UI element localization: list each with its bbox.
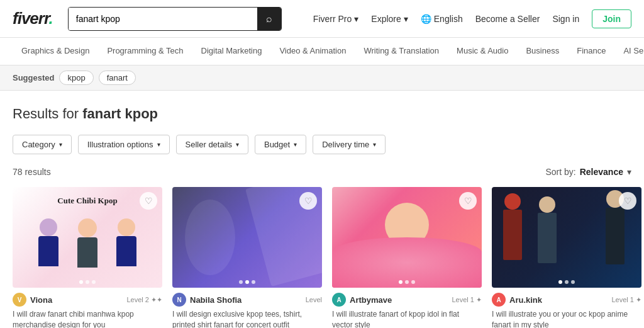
- card-1[interactable]: Cute Chibi Kpop ♡: [13, 187, 162, 328]
- filter-budget[interactable]: Budget ▾: [255, 135, 306, 154]
- heart-button-2[interactable]: ♡: [299, 192, 317, 210]
- chibi-text-1: Cute Chibi Kpop: [57, 196, 117, 206]
- seller-name-4: Aru.kink: [509, 295, 542, 305]
- filters: Category ▾ Illustration options ▾ Seller…: [13, 135, 631, 154]
- card-image-4: ♡: [492, 187, 641, 288]
- card-dots-1: [79, 280, 96, 284]
- sort-by[interactable]: Sort by: Relevance ▾: [545, 167, 631, 177]
- card-4[interactable]: ♡ A Aru.kink Level 1 ✦ I will illustrate…: [492, 187, 641, 328]
- nav-item-writing-translation[interactable]: Writing & Translation: [355, 38, 448, 65]
- card-meta-1: V Viona Level 2 ✦✦ I will draw fanart ch…: [13, 288, 162, 328]
- become-seller-link[interactable]: Become a Seller: [475, 14, 540, 24]
- explore-link[interactable]: Explore ▾: [371, 14, 408, 24]
- seller-name-2: Nabila Shofia: [190, 295, 242, 305]
- nav-item-finance[interactable]: Finance: [568, 38, 614, 65]
- heart-button-1[interactable]: ♡: [140, 192, 157, 210]
- logo[interactable]: fiverr.: [13, 9, 53, 28]
- seller-name-3: Artbymave: [350, 295, 392, 305]
- tag-fanart[interactable]: fanart: [99, 71, 136, 85]
- join-button[interactable]: Join: [592, 9, 631, 28]
- nav-item-business[interactable]: Business: [517, 38, 568, 65]
- filter-delivery-time[interactable]: Delivery time ▾: [313, 135, 386, 154]
- chevron-down-icon-seller: ▾: [236, 141, 239, 148]
- seller-name-1: Viona: [30, 295, 52, 305]
- suggested-bar: Suggested kpop fanart: [0, 65, 644, 91]
- card-dots-4: [558, 280, 575, 284]
- results-meta: 78 results Sort by: Relevance ▾: [13, 167, 631, 177]
- chevron-down-icon-budget: ▾: [294, 141, 297, 148]
- heart-button-4[interactable]: ♡: [619, 192, 636, 210]
- filter-illustration-options[interactable]: Illustration options ▾: [78, 135, 170, 154]
- sign-in-link[interactable]: Sign in: [552, 14, 579, 24]
- card-2[interactable]: ♡ N Nabila Shofia Level I will design ex…: [172, 187, 322, 328]
- chevron-down-icon-explore: ▾: [404, 14, 408, 24]
- level-badge-2: Level: [306, 296, 322, 303]
- tag-kpop[interactable]: kpop: [59, 71, 93, 85]
- search-button[interactable]: ⌕: [257, 8, 281, 30]
- logo-text: fiverr: [13, 9, 49, 28]
- header: fiverr. ⌕ Fiverr Pro ▾ Explore ▾ 🌐 Engli…: [0, 0, 644, 38]
- card-desc-4: I will illustrate you or your oc kpop an…: [492, 309, 641, 328]
- card-desc-3: I will illustrate fanart of kpop idol in…: [332, 309, 482, 328]
- nav-bar: Graphics & Design Programming & Tech Dig…: [0, 38, 644, 65]
- level-badge-1: Level 2 ✦✦: [126, 296, 162, 304]
- seller-info-3: A Artbymave Level 1 ✦: [332, 293, 482, 307]
- card-desc-2: I will design exclusive kpop tees, tshir…: [172, 309, 322, 328]
- results-area: Results for fanart kpop Category ▾ Illus…: [0, 91, 644, 328]
- nav-item-digital-marketing[interactable]: Digital Marketing: [192, 38, 271, 65]
- nav-item-programming-tech[interactable]: Programming & Tech: [98, 38, 192, 65]
- card-image-3: ♡: [332, 187, 482, 288]
- suggested-label: Suggested: [13, 73, 54, 82]
- card-meta-4: A Aru.kink Level 1 ✦ I will illustrate y…: [492, 288, 641, 328]
- chevron-down-icon-category: ▾: [59, 141, 62, 148]
- results-heading: Results for fanart kpop: [13, 106, 631, 122]
- filter-category[interactable]: Category ▾: [13, 135, 72, 154]
- avatar-4: A: [492, 293, 506, 307]
- card-dots-3: [399, 280, 415, 284]
- card-meta-3: A Artbymave Level 1 ✦ I will illustrate …: [332, 288, 482, 328]
- seller-info-2: N Nabila Shofia Level: [172, 293, 322, 307]
- nav-item-graphics-design[interactable]: Graphics & Design: [13, 38, 98, 65]
- seller-info-4: A Aru.kink Level 1 ✦: [492, 293, 641, 307]
- chevron-down-icon-sort: ▾: [627, 167, 631, 177]
- card-meta-2: N Nabila Shofia Level I will design excl…: [172, 288, 322, 328]
- level-badge-3: Level 1 ✦: [452, 296, 482, 304]
- card-desc-1: I will draw fanart chibi manhwa kpop mer…: [13, 309, 162, 328]
- fiverr-pro-link[interactable]: Fiverr Pro ▾: [313, 14, 358, 24]
- avatar-1: V: [13, 293, 26, 307]
- card-dots-2: [239, 280, 255, 284]
- chevron-down-icon-illus: ▾: [157, 141, 160, 148]
- filter-seller-details[interactable]: Seller details ▾: [176, 135, 248, 154]
- results-count: 78 results: [13, 167, 51, 177]
- search-icon: ⌕: [266, 13, 272, 24]
- search-input[interactable]: [69, 8, 257, 30]
- language-selector[interactable]: 🌐 English: [421, 14, 463, 24]
- card-image-2: ♡: [172, 187, 322, 288]
- avatar-2: N: [172, 293, 186, 307]
- level-badge-4: Level 1 ✦: [611, 296, 641, 304]
- nav-item-ai-services[interactable]: AI Services: [614, 38, 644, 65]
- nav-item-music-audio[interactable]: Music & Audio: [448, 38, 517, 65]
- cards-grid: Cute Chibi Kpop ♡: [13, 187, 631, 328]
- heart-button-3[interactable]: ♡: [459, 192, 477, 210]
- search-bar: ⌕: [68, 7, 282, 31]
- chevron-down-icon: ▾: [354, 14, 358, 24]
- globe-icon: 🌐: [421, 14, 431, 24]
- nav-item-video-animation[interactable]: Video & Animation: [270, 38, 355, 65]
- card-image-1: Cute Chibi Kpop ♡: [13, 187, 162, 288]
- seller-info-1: V Viona Level 2 ✦✦: [13, 293, 162, 307]
- avatar-3: A: [332, 293, 346, 307]
- header-nav: Fiverr Pro ▾ Explore ▾ 🌐 English Become …: [313, 9, 631, 28]
- chevron-down-icon-delivery: ▾: [373, 141, 376, 148]
- card-3[interactable]: ♡ A Artbymave Level 1 ✦ I will illustrat…: [332, 187, 482, 328]
